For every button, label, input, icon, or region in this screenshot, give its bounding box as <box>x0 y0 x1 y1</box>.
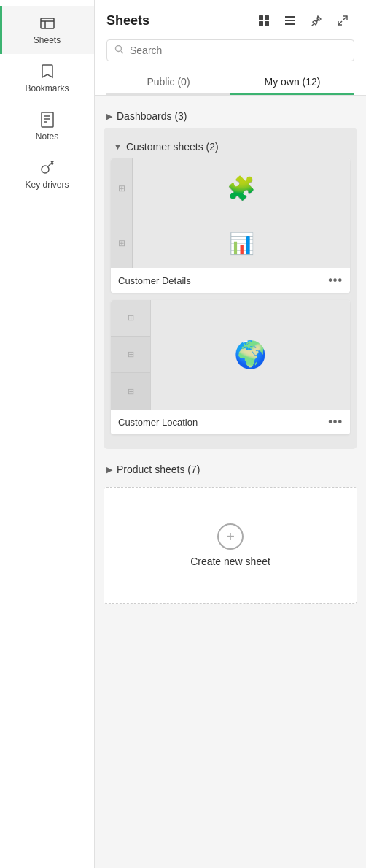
sheet-card-customer-location[interactable]: ⊞ ⊞ ⊞ 🌍 Customer Locat <box>111 300 350 434</box>
page-title: Sheets <box>106 13 149 28</box>
section-product-sheets[interactable]: ▶ Product sheets (7) <box>104 458 357 481</box>
notes-icon <box>39 111 55 128</box>
sidebar-item-label-bookmarks: Bookmarks <box>25 83 69 93</box>
sidebar-item-label-sheets: Sheets <box>34 35 61 45</box>
create-sheet-label: Create new sheet <box>190 556 270 567</box>
bookmarks-icon <box>39 63 55 80</box>
card-title-customer-details: Customer Details <box>118 275 191 286</box>
table-icon: 📊 <box>229 231 254 256</box>
main-content: Sheets <box>95 0 366 868</box>
content-area: ▶ Dashboards (3) ▼ Customer sheets (2) ⊞ <box>95 96 366 612</box>
tab-public[interactable]: Public (0) <box>106 70 230 93</box>
svg-line-16 <box>338 21 342 25</box>
drag-handle-icon-top: ⊞ <box>118 183 125 193</box>
svg-rect-13 <box>285 20 295 21</box>
pin-button[interactable] <box>305 9 328 32</box>
drag-handle-loc-1: ⊞ <box>128 313 134 323</box>
grid-view-button[interactable] <box>252 9 276 32</box>
sidebar-item-label-key-drivers: Key drivers <box>25 180 69 190</box>
globe-icon: 🌍 <box>234 339 267 370</box>
sidebar-item-key-drivers[interactable]: Key drivers <box>0 150 94 199</box>
card-title-customer-location: Customer Location <box>118 417 198 428</box>
svg-point-17 <box>116 46 122 52</box>
list-view-button[interactable] <box>279 9 302 32</box>
customer-sheets-label: Customer sheets (2) <box>126 141 219 153</box>
tab-myown[interactable]: My own (12) <box>230 70 354 93</box>
search-icon <box>114 45 124 56</box>
drag-handle-loc-2: ⊞ <box>128 350 134 359</box>
drag-handle-icon-bottom: ⊞ <box>118 238 125 248</box>
puzzle-icon: 🧩 <box>227 174 256 202</box>
svg-rect-3 <box>42 112 53 127</box>
sidebar-item-label-notes: Notes <box>36 131 58 142</box>
tabs: Public (0) My own (12) <box>106 70 354 95</box>
expand-button[interactable] <box>331 9 354 32</box>
search-bar <box>106 39 354 61</box>
header: Sheets <box>95 0 366 96</box>
svg-rect-9 <box>265 15 269 20</box>
drag-handle-loc-3: ⊞ <box>128 387 134 396</box>
more-options-button-customer-location[interactable]: ••• <box>328 415 343 429</box>
search-input[interactable] <box>130 45 346 56</box>
sidebar-item-bookmarks[interactable]: Bookmarks <box>0 54 94 102</box>
header-actions <box>252 9 354 32</box>
sheets-icon <box>39 15 56 32</box>
card-footer-customer-location: Customer Location ••• <box>111 410 350 434</box>
sheet-group-customer: ▼ Customer sheets (2) ⊞ 🧩 <box>104 128 357 449</box>
sidebar: Sheets Bookmarks Notes Key drivers <box>0 0 95 868</box>
chevron-down-icon: ▼ <box>114 142 122 151</box>
svg-rect-12 <box>285 16 295 18</box>
svg-rect-10 <box>259 21 263 26</box>
card-preview-customer-details: ⊞ 🧩 ⊞ 📊 <box>111 158 350 268</box>
dashboards-label: Dashboards (3) <box>117 110 187 122</box>
chevron-right-icon: ▶ <box>106 112 112 121</box>
card-footer-customer-details: Customer Details ••• <box>111 268 350 293</box>
svg-line-18 <box>121 51 123 53</box>
svg-line-15 <box>343 16 347 20</box>
chevron-right-icon-product: ▶ <box>106 465 112 475</box>
svg-rect-0 <box>41 18 54 28</box>
create-plus-icon: + <box>217 523 244 550</box>
card-preview-customer-location: ⊞ ⊞ ⊞ 🌍 <box>111 300 350 410</box>
create-new-sheet-card[interactable]: + Create new sheet <box>104 487 357 604</box>
key-drivers-icon <box>39 159 55 177</box>
section-dashboards[interactable]: ▶ Dashboards (3) <box>104 104 357 128</box>
sidebar-item-notes[interactable]: Notes <box>0 102 94 150</box>
svg-rect-14 <box>285 23 295 25</box>
section-customer-sheets[interactable]: ▼ Customer sheets (2) <box>111 135 350 158</box>
more-options-button-customer-details[interactable]: ••• <box>328 274 343 287</box>
product-sheets-label: Product sheets (7) <box>117 464 200 475</box>
sheet-card-customer-details[interactable]: ⊞ 🧩 ⊞ 📊 <box>111 158 350 293</box>
svg-rect-11 <box>265 21 269 26</box>
svg-rect-8 <box>259 15 263 20</box>
sidebar-item-sheets[interactable]: Sheets <box>0 6 94 54</box>
